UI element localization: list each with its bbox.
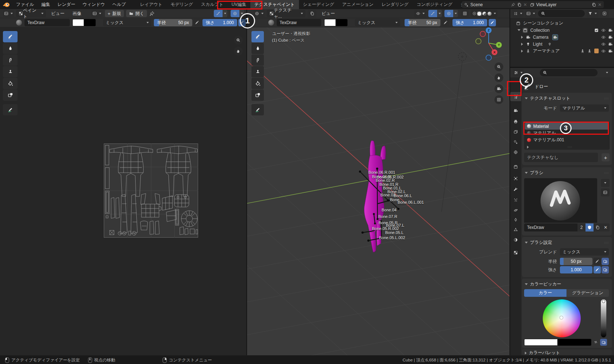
tool-draw-button[interactable] <box>3 31 18 42</box>
viewport-menu-view[interactable]: ビュー <box>319 10 338 17</box>
workspace-tab[interactable]: アニメーション <box>338 0 378 9</box>
expand-icon[interactable] <box>518 29 520 31</box>
tool-clone-button[interactable] <box>3 66 18 77</box>
radius-unified-button[interactable] <box>602 258 609 265</box>
swap-colors-icon[interactable] <box>594 340 598 344</box>
row-light[interactable]: Light <box>510 41 614 47</box>
list-expand-icon[interactable] <box>527 146 529 149</box>
pin-icon[interactable] <box>149 11 155 16</box>
tool-mask-button[interactable] <box>251 89 264 101</box>
tool-smear-button[interactable] <box>3 54 18 66</box>
add-texture-slot-button[interactable]: + <box>602 153 610 161</box>
strength-slider[interactable]: 強さ1.000 <box>452 19 487 26</box>
checkbox-icon[interactable] <box>594 28 599 32</box>
color-wheel[interactable] <box>543 299 581 337</box>
pan-widget[interactable] <box>494 73 503 82</box>
open-image-button[interactable]: 開く <box>126 10 147 17</box>
tool-annotate-button[interactable] <box>251 104 264 115</box>
duplicate-brush-button[interactable] <box>594 223 602 231</box>
brush-settings-header[interactable]: ブラシ設定 :::: <box>522 237 612 247</box>
interaction-mode-dropdown[interactable]: テクスチャ... <box>267 10 306 17</box>
tab-object-data[interactable] <box>511 225 521 234</box>
radius-pressure-button[interactable] <box>442 19 449 26</box>
camera-view-widget[interactable] <box>494 84 503 93</box>
workspace-tab[interactable]: レイアウト <box>136 0 166 9</box>
workspace-tab[interactable]: レンダリング <box>378 0 413 9</box>
color-tab[interactable]: カラー <box>524 289 566 297</box>
outliner-display-mode-button[interactable] <box>512 10 523 17</box>
falloff-curve-button[interactable] <box>214 10 227 17</box>
shading-rendered-button[interactable] <box>487 11 492 16</box>
tab-scene[interactable] <box>511 137 521 146</box>
brush-preview[interactable] <box>524 178 597 223</box>
tab-particles[interactable] <box>511 195 521 204</box>
menu-image[interactable]: 画像 <box>70 10 84 17</box>
secondary-color-swatch[interactable] <box>84 19 96 26</box>
shading-material-button[interactable] <box>482 11 487 16</box>
primary-color-swatch[interactable] <box>72 19 84 26</box>
gradient-tab[interactable]: グラデーション <box>566 289 609 297</box>
primary-color-swatch[interactable] <box>324 19 336 26</box>
menu-item[interactable]: ウィンドウ <box>79 0 109 9</box>
row-collection[interactable]: Collection <box>510 27 614 34</box>
brush-name-field[interactable]: TexDraw <box>277 19 321 26</box>
foreground-color-swatch[interactable] <box>524 339 558 346</box>
visibility-mask-button[interactable] <box>414 10 427 17</box>
brush-header[interactable]: ブラシ :::: <box>522 167 612 177</box>
paint-mode-dropdown[interactable]: ペイント <box>16 10 46 17</box>
row-scene-collection[interactable]: シーンコレクション <box>510 20 614 27</box>
slot-mode-dropdown[interactable]: マテリアル <box>560 104 609 112</box>
tab-constraints[interactable] <box>511 215 521 224</box>
row-armature[interactable]: アーマチュア <box>510 47 614 54</box>
strength-pressure-button[interactable] <box>489 19 496 26</box>
expand-icon[interactable] <box>521 50 523 53</box>
image-overlay-button[interactable] <box>308 10 317 17</box>
falloff-curve-button[interactable] <box>428 10 442 17</box>
panel-grip[interactable]: :::: <box>604 97 609 100</box>
texture-slots-header[interactable]: テクスチャスロット :::: <box>522 93 612 103</box>
radius-slider[interactable]: 半径50 px <box>154 19 192 26</box>
render-visibility-icon[interactable] <box>608 42 613 46</box>
strength-unified-button[interactable] <box>602 266 609 273</box>
tool-soften-button[interactable] <box>3 43 18 54</box>
viewlayer-selector[interactable]: ViewLayer ✕ <box>528 1 604 8</box>
palette-unified-button[interactable] <box>600 339 607 346</box>
menu-item[interactable]: 編集 <box>38 0 54 9</box>
brush-users-button[interactable]: 2 <box>577 223 585 231</box>
hide-icon[interactable] <box>601 28 606 32</box>
pin-icon[interactable] <box>511 3 515 7</box>
tool-fill-button[interactable] <box>3 78 18 89</box>
blend-mode-dropdown[interactable]: ミックス <box>103 19 151 26</box>
value-slider-handle[interactable] <box>602 300 605 303</box>
blend-dropdown[interactable]: ミックス <box>560 248 609 256</box>
perspective-toggle-widget[interactable] <box>494 95 503 104</box>
brush-browse-button[interactable] <box>601 179 610 187</box>
workspace-tab[interactable]: シェーディング <box>299 0 338 9</box>
color-picker-header[interactable]: カラーピッカー <box>522 279 612 289</box>
strength-slider[interactable]: 強さ1.000 <box>202 19 237 26</box>
pose-icon[interactable] <box>580 49 585 53</box>
render-visibility-icon[interactable] <box>608 28 613 32</box>
blender-logo-icon[interactable] <box>0 2 12 7</box>
tab-texture[interactable] <box>511 248 521 257</box>
radius-pressure-button[interactable] <box>193 19 201 26</box>
fake-user-button[interactable] <box>585 223 594 231</box>
outliner-search-input[interactable] <box>538 10 585 17</box>
menu-item[interactable]: レンダー <box>54 0 79 9</box>
radius-slider[interactable]: 50 px <box>560 258 592 265</box>
new-image-button[interactable]: +新規 <box>105 10 124 17</box>
brush-name-field[interactable]: TexDraw <box>524 223 577 231</box>
tool-draw-button[interactable] <box>251 31 264 42</box>
brush-name-field[interactable]: TexDraw <box>24 19 70 26</box>
panel-grip[interactable]: :::: <box>604 241 609 244</box>
tab-view-layer[interactable] <box>511 127 521 136</box>
new-scene-icon[interactable] <box>517 3 522 7</box>
tab-render[interactable] <box>511 106 521 115</box>
scene-selector[interactable]: Scene ✕ <box>462 1 529 8</box>
editor-type-button[interactable] <box>3 10 14 17</box>
brush-preview-icon[interactable] <box>268 20 274 26</box>
tab-collection[interactable] <box>511 162 521 171</box>
browse-image-button[interactable] <box>91 10 103 17</box>
tool-mask-button[interactable] <box>3 89 18 101</box>
tab-object[interactable] <box>511 174 521 183</box>
